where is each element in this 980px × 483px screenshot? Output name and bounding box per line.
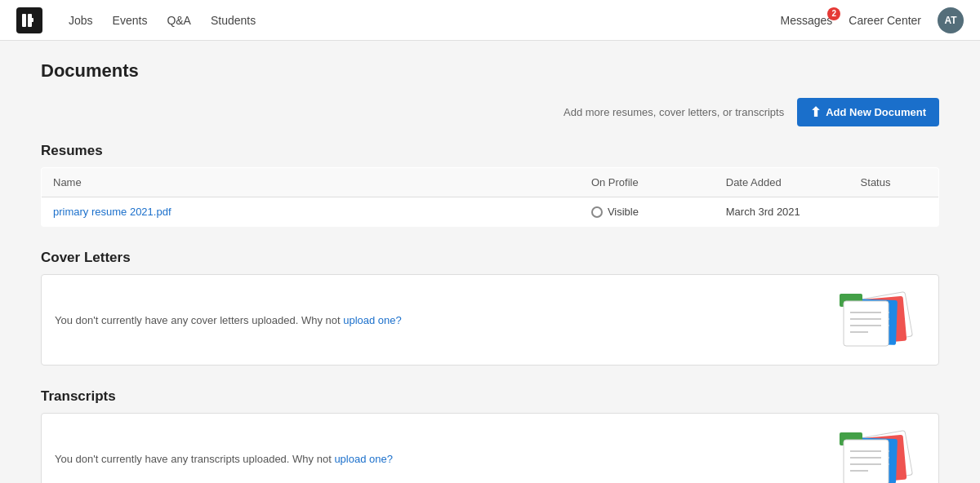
table-header-row: Name On Profile Date Added Status xyxy=(42,168,939,197)
resumes-title: Resumes xyxy=(41,143,939,159)
cover-letters-upload-link[interactable]: upload one? xyxy=(343,314,402,326)
nav-qa[interactable]: Q&A xyxy=(167,14,191,27)
resume-status-cell xyxy=(849,197,939,227)
cover-letters-empty-text: You don't currently have any cover lette… xyxy=(55,314,778,326)
resume-date-cell: March 3rd 2021 xyxy=(715,197,849,227)
messages-label: Messages xyxy=(780,14,832,27)
top-action-hint: Add more resumes, cover letters, or tran… xyxy=(564,106,784,118)
nav-left: Jobs Events Q&A Students xyxy=(16,7,256,33)
nav-events[interactable]: Events xyxy=(113,14,148,27)
avatar[interactable]: AT xyxy=(938,7,964,33)
col-header-profile: On Profile xyxy=(580,168,715,197)
transcripts-section: Transcripts You don't currently have any… xyxy=(41,388,939,483)
col-header-date: Date Added xyxy=(715,168,849,197)
transcripts-title: Transcripts xyxy=(41,388,939,405)
logo[interactable] xyxy=(16,7,42,33)
upload-icon: ⬆ xyxy=(810,104,821,120)
transcripts-empty-box: You don't currently have any transcripts… xyxy=(41,413,939,483)
cover-letters-illustration xyxy=(795,291,925,348)
resume-file-link[interactable]: primary resume 2021.pdf xyxy=(53,206,172,218)
add-new-document-button-top[interactable]: ⬆ Add New Document xyxy=(797,98,939,126)
nav-students[interactable]: Students xyxy=(211,14,256,27)
svg-rect-35 xyxy=(844,440,889,483)
transcripts-message: You don't currently have any transcripts… xyxy=(55,453,334,465)
resume-profile-cell: Visible xyxy=(580,197,715,227)
page-title: Documents xyxy=(41,60,939,82)
visible-radio[interactable] xyxy=(591,206,603,218)
transcripts-empty-text: You don't currently have any transcripts… xyxy=(55,453,778,465)
messages-button[interactable]: Messages 2 xyxy=(780,14,832,27)
col-header-status: Status xyxy=(849,168,939,197)
svg-rect-3 xyxy=(28,18,33,22)
table-row: primary resume 2021.pdf Visible March 3r… xyxy=(42,197,939,227)
resumes-table: Name On Profile Date Added Status primar… xyxy=(41,167,939,227)
transcripts-illustration xyxy=(795,430,925,483)
messages-badge: 2 xyxy=(827,7,840,20)
cover-letters-empty-box: You don't currently have any cover lette… xyxy=(41,274,939,366)
career-center-link[interactable]: Career Center xyxy=(849,14,921,27)
top-action-row: Add more resumes, cover letters, or tran… xyxy=(41,98,939,126)
cover-letters-section: Cover Letters You don't currently have a… xyxy=(41,250,939,366)
add-button-label-top: Add New Document xyxy=(826,106,926,118)
cover-letters-message: You don't currently have any cover lette… xyxy=(55,314,343,326)
page-container: Documents Add more resumes, cover letter… xyxy=(24,41,956,483)
cover-letters-title: Cover Letters xyxy=(41,250,939,266)
nav-right: Messages 2 Career Center AT xyxy=(780,7,964,33)
nav-jobs[interactable]: Jobs xyxy=(69,14,93,27)
svg-rect-1 xyxy=(22,14,26,27)
transcripts-upload-link[interactable]: upload one? xyxy=(334,453,393,465)
navbar: Jobs Events Q&A Students Messages 2 Care… xyxy=(0,0,980,41)
visible-label: Visible xyxy=(608,206,639,218)
resumes-section: Resumes Name On Profile Date Added Statu… xyxy=(41,143,939,227)
svg-rect-17 xyxy=(844,301,889,346)
col-header-name: Name xyxy=(42,168,580,197)
resume-name-cell: primary resume 2021.pdf xyxy=(42,197,580,227)
